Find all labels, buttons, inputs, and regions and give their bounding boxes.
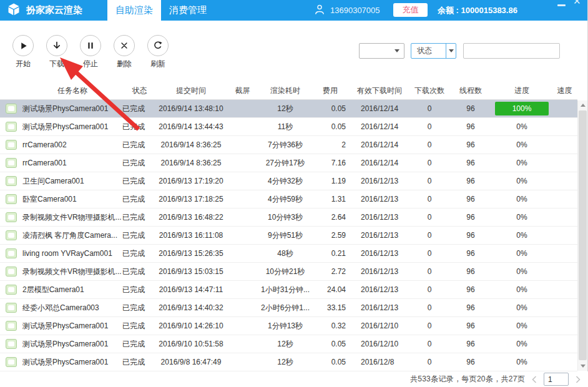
status-filter-value: 状态: [411, 46, 446, 56]
image-thumbnail-icon: [6, 303, 17, 313]
close-button[interactable]: ✕: [573, 0, 581, 7]
scrollbar-thumb[interactable]: [579, 110, 587, 360]
cell-submit-time: 2016/9/10 10:51:58: [157, 340, 225, 348]
header-thread-count: 线程数: [449, 86, 492, 96]
pause-icon: [80, 35, 101, 56]
row-icon-cell: [0, 285, 22, 295]
table-row[interactable]: 测试场景PhysCamera001 已完成 2016/9/8 16:47:49 …: [0, 353, 577, 371]
cell-task-name: 测试场景PhysCamera001: [22, 122, 122, 132]
table-row[interactable]: 测试场景PhysCamera001 已完成 2016/9/14 13:44:43…: [0, 118, 577, 136]
table-row[interactable]: rrCamera001 已完成 2016/9/14 8:36:25 27分钟17…: [0, 154, 577, 172]
cell-thread-count: 96: [449, 249, 492, 258]
cell-thread-count: 96: [449, 285, 492, 294]
cell-valid-download-time: 2016/12/13: [350, 249, 409, 258]
progress-bar: 0%: [495, 283, 549, 296]
cell-render-time: 7分钟36秒: [260, 140, 311, 150]
pagination-bar: 共533条记录，每页20条，共27页: [0, 371, 588, 387]
cell-submit-time: 2016/9/14 13:44:43: [157, 122, 225, 131]
app-window: 扮家家云渲染 自助渲染 消费管理 13690307005 充值 余额 : 100…: [0, 0, 588, 387]
search-input[interactable]: [464, 44, 568, 58]
cell-submit-time: 2016/9/14 8:36:25: [157, 159, 225, 167]
progress-bar: 0%: [495, 192, 549, 206]
cell-task-name: 测试场景PhysCamera001: [22, 321, 122, 331]
row-icon-cell: [0, 230, 22, 240]
image-thumbnail-icon: [6, 212, 17, 222]
cell-cost: 1.31: [311, 195, 350, 203]
cell-status: 已完成: [122, 212, 157, 223]
cell-download-count: 0: [409, 159, 449, 167]
row-icon-cell: [0, 267, 22, 277]
cell-submit-time: 2016/9/13 16:48:22: [157, 213, 225, 222]
start-button[interactable]: 开始: [12, 35, 34, 69]
row-icon-cell: [0, 321, 22, 331]
user-phone: 13690307005: [330, 6, 380, 15]
download-icon: [46, 35, 67, 56]
minimize-button[interactable]: [557, 4, 566, 6]
header-download-count: 下载次数: [409, 86, 449, 96]
table-row[interactable]: 经委小邓总Camera003 已完成 2016/9/13 14:40:32 2小…: [0, 299, 577, 317]
cell-render-time: 10分钟21秒: [260, 267, 311, 277]
cell-valid-download-time: 2016/12/13: [350, 213, 409, 222]
vertical-scrollbar[interactable]: [577, 100, 587, 371]
cell-render-time: 27分钟17秒: [260, 158, 311, 169]
type-filter-dropdown[interactable]: [359, 43, 404, 59]
prev-page-button[interactable]: [531, 375, 538, 384]
table-row[interactable]: rrCamera002 已完成 2016/9/14 8:36:25 7分钟36秒…: [0, 136, 577, 154]
table-row[interactable]: 测试场景PhysCamera001 已完成 2016/9/14 13:48:10…: [0, 100, 577, 118]
app-logo: 扮家家云渲染: [0, 0, 107, 21]
scroll-down-button[interactable]: [578, 361, 588, 371]
cell-render-time: 2小时6分钟1...: [260, 303, 311, 313]
download-label: 下载: [46, 59, 68, 69]
cell-cost: 2.64: [311, 213, 350, 222]
page-number-input[interactable]: [544, 373, 569, 386]
cell-render-time: 9分钟51秒: [260, 230, 311, 241]
status-filter-dropdown[interactable]: 状态: [411, 43, 456, 59]
delete-button[interactable]: 删除: [113, 35, 135, 69]
cell-cost: 1.19: [311, 177, 350, 185]
cell-download-count: 0: [409, 195, 449, 203]
stop-label: 停止: [79, 59, 102, 69]
table-row[interactable]: 凌清烈枫 客厅角度Camera... 已完成 2016/9/13 16:11:0…: [0, 227, 577, 245]
chevron-left-icon: [531, 375, 538, 384]
table-row[interactable]: 测试场景PhysCamera001 已完成 2016/9/10 10:51:58…: [0, 335, 577, 353]
progress-bar: 0%: [495, 210, 549, 224]
table-row[interactable]: 卫生间Camera001 已完成 2016/9/13 17:19:20 4分钟3…: [0, 172, 577, 190]
cell-render-time: 10分钟3秒: [260, 212, 311, 223]
cell-valid-download-time: 2016/12/14: [350, 122, 409, 131]
cell-status: 已完成: [122, 140, 157, 150]
scroll-up-button[interactable]: [578, 100, 588, 110]
download-button[interactable]: 下载: [46, 35, 68, 69]
cell-render-time: 12秒: [260, 339, 311, 350]
tab-consumption[interactable]: 消费管理: [161, 0, 215, 21]
table-row[interactable]: living room YVRayCam001 已完成 2016/9/13 15…: [0, 245, 577, 263]
row-icon-cell: [0, 158, 22, 168]
table-row[interactable]: 卧室Camera001 已完成 2016/9/13 17:18:25 4分钟59…: [0, 190, 577, 208]
cell-download-count: 0: [409, 303, 449, 312]
next-page-button[interactable]: [574, 375, 582, 384]
recharge-button[interactable]: 充值: [393, 3, 428, 17]
table-row[interactable]: 2层模型Camera01 已完成 2016/9/13 14:47:11 1小时3…: [0, 281, 577, 299]
task-table: 测试场景PhysCamera001 已完成 2016/9/14 13:48:10…: [0, 100, 577, 371]
image-thumbnail-icon: [6, 230, 17, 240]
start-label: 开始: [12, 59, 34, 69]
cell-cost: 0.21: [311, 249, 350, 258]
refresh-button[interactable]: 刷新: [147, 35, 169, 69]
header-speed: 速度: [552, 86, 577, 96]
cell-status: 已完成: [122, 158, 157, 169]
status-filter-dropdown-button[interactable]: [446, 44, 456, 58]
table-row[interactable]: 测试场景PhysCamera001 已完成 2016/9/10 14:26:10…: [0, 317, 577, 335]
stop-button[interactable]: 停止: [79, 35, 102, 69]
table-row[interactable]: 录制视频文件VR物理摄影机... 已完成 2016/9/13 16:48:22 …: [0, 208, 577, 227]
refresh-label: 刷新: [147, 59, 169, 69]
cell-download-count: 0: [409, 122, 449, 131]
cell-progress: 100%: [492, 102, 552, 115]
progress-bar: 0%: [495, 337, 549, 351]
tab-self-render[interactable]: 自助渲染: [107, 0, 161, 21]
cell-download-count: 0: [409, 321, 449, 330]
cell-download-count: 0: [409, 267, 449, 276]
cell-status: 已完成: [122, 194, 157, 205]
chevron-down-icon: [394, 49, 399, 52]
delete-label: 删除: [113, 59, 135, 69]
balance-label: 余额 : 1000015383.86: [438, 0, 517, 21]
table-row[interactable]: 录制视频文件VR物理摄影机... 已完成 2016/9/13 15:03:15 …: [0, 263, 577, 281]
